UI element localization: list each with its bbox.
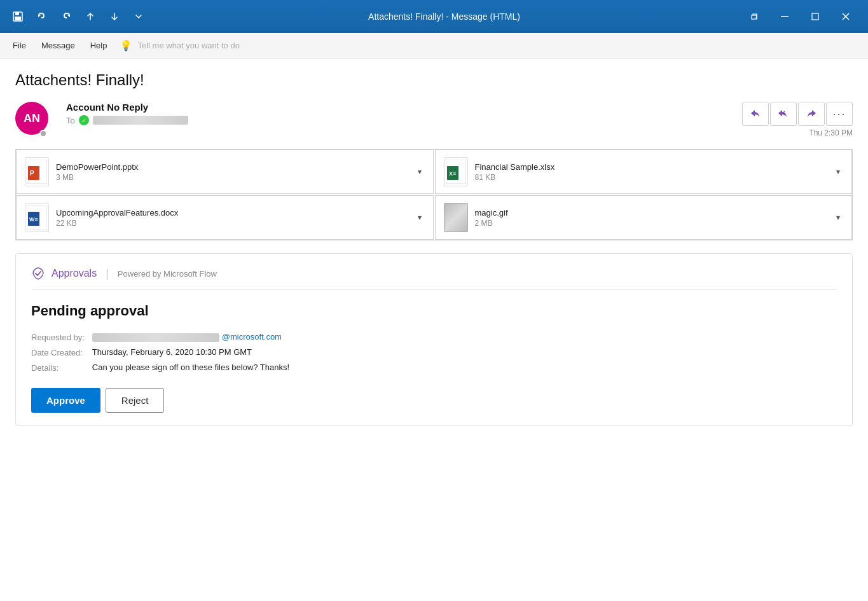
xlsx-filename: Financial Sample.xlsx bbox=[475, 162, 827, 172]
dropdown-icon[interactable] bbox=[128, 6, 149, 27]
pptx-file-icon: P bbox=[24, 156, 50, 187]
attachment-gif[interactable]: magic.gif 2 MB ▾ bbox=[435, 195, 853, 240]
gif-file-icon bbox=[443, 202, 469, 233]
undo-icon[interactable] bbox=[32, 6, 52, 27]
pptx-filesize: 3 MB bbox=[56, 173, 408, 182]
move-down-icon[interactable] bbox=[104, 6, 125, 27]
svg-text:P: P bbox=[30, 170, 34, 177]
docx-dropdown-icon[interactable]: ▾ bbox=[414, 211, 425, 225]
svg-rect-1 bbox=[15, 12, 19, 15]
email-timestamp: Thu 2:30 PM bbox=[809, 128, 853, 137]
svg-rect-2 bbox=[15, 17, 21, 20]
search-placeholder[interactable]: Tell me what you want to do bbox=[137, 41, 239, 50]
approval-action-buttons: Approve Reject bbox=[31, 388, 837, 413]
approvals-separator: | bbox=[106, 267, 109, 280]
xlsx-dropdown-icon[interactable]: ▾ bbox=[832, 165, 844, 179]
attachment-xlsx[interactable]: X≡ Financial Sample.xlsx 81 KB ▾ bbox=[435, 149, 853, 194]
email-body-card: Approvals | Powered by Microsoft Flow Pe… bbox=[15, 253, 853, 426]
sender-name: Account No Reply bbox=[66, 102, 742, 113]
approvals-title: Approvals bbox=[52, 268, 97, 279]
reject-button[interactable]: Reject bbox=[106, 388, 165, 413]
recipient-email-blurred bbox=[93, 116, 188, 125]
xlsx-filesize: 81 KB bbox=[475, 173, 827, 182]
approve-button[interactable]: Approve bbox=[31, 388, 100, 413]
requested-by-value: @microsoft.com bbox=[92, 332, 837, 342]
requester-email-blurred bbox=[92, 333, 219, 342]
forward-button[interactable] bbox=[798, 102, 825, 126]
approvals-icon bbox=[31, 266, 45, 280]
pending-approval-title: Pending approval bbox=[31, 303, 837, 319]
details-label: Details: bbox=[31, 363, 85, 373]
minimize-button[interactable] bbox=[770, 6, 799, 27]
maximize-button[interactable] bbox=[801, 6, 830, 27]
docx-filename: UpcomingApprovalFeatures.docx bbox=[56, 208, 408, 218]
title-bar: Attachents! Finally! - Message (HTML) bbox=[0, 0, 868, 33]
window-title: Attachents! Finally! - Message (HTML) bbox=[149, 11, 740, 22]
svg-text:W≡: W≡ bbox=[29, 216, 38, 223]
pptx-dropdown-icon[interactable]: ▾ bbox=[414, 165, 425, 179]
email-subject: Attachents! Finally! bbox=[15, 71, 853, 89]
attachment-pptx[interactable]: P DemoPowerPoint.pptx 3 MB ▾ bbox=[16, 149, 434, 194]
gif-dropdown-icon[interactable]: ▾ bbox=[832, 211, 844, 225]
date-created-label: Date Created: bbox=[31, 347, 85, 357]
search-bar: 💡 Tell me what you want to do bbox=[120, 39, 239, 52]
more-actions-button[interactable]: ··· bbox=[826, 102, 853, 126]
toolbar-controls bbox=[8, 6, 149, 27]
menu-bar: File Message Help 💡 Tell me what you wan… bbox=[0, 33, 868, 59]
lightbulb-icon: 💡 bbox=[120, 39, 132, 52]
svg-rect-5 bbox=[812, 13, 818, 20]
restore-window-button[interactable] bbox=[740, 6, 769, 27]
date-created-value: Thursday, February 6, 2020 10:30 PM GMT bbox=[92, 347, 837, 357]
attachments-grid: P DemoPowerPoint.pptx 3 MB ▾ X≡ bbox=[15, 149, 853, 240]
xlsx-file-icon: X≡ bbox=[443, 156, 469, 187]
presence-indicator bbox=[39, 130, 47, 137]
sender-info: Account No Reply To ✓ bbox=[66, 102, 742, 125]
ms-domain-link[interactable]: @microsoft.com bbox=[222, 332, 282, 342]
window-controls bbox=[740, 6, 860, 27]
svg-rect-3 bbox=[752, 15, 757, 19]
email-content: Attachents! Finally! AN Account No Reply… bbox=[0, 59, 868, 601]
gif-filename: magic.gif bbox=[475, 208, 827, 218]
recipient-row: To ✓ bbox=[66, 115, 742, 125]
email-header: AN Account No Reply To ✓ bbox=[15, 102, 853, 137]
reply-button[interactable] bbox=[742, 102, 769, 126]
requested-by-label: Requested by: bbox=[31, 332, 85, 342]
gif-filesize: 2 MB bbox=[475, 219, 827, 228]
reply-all-button[interactable] bbox=[770, 102, 797, 126]
xlsx-details: Financial Sample.xlsx 81 KB bbox=[475, 162, 827, 182]
save-icon[interactable] bbox=[8, 6, 28, 27]
email-action-buttons: ··· bbox=[742, 102, 853, 126]
svg-text:X≡: X≡ bbox=[449, 170, 456, 177]
powered-by-text: Powered by Microsoft Flow bbox=[118, 269, 217, 279]
to-label: To bbox=[66, 116, 75, 125]
approval-info-grid: Requested by: @microsoft.com Date Create… bbox=[31, 332, 837, 373]
menu-file[interactable]: File bbox=[5, 37, 34, 54]
menu-message[interactable]: Message bbox=[34, 37, 83, 54]
docx-filesize: 22 KB bbox=[56, 219, 408, 228]
docx-file-icon: W≡ bbox=[24, 202, 50, 233]
approvals-header: Approvals | Powered by Microsoft Flow bbox=[31, 266, 837, 290]
menu-help[interactable]: Help bbox=[83, 37, 115, 54]
details-value: Can you please sign off on these files b… bbox=[92, 363, 837, 373]
attachment-docx[interactable]: W≡ UpcomingApprovalFeatures.docx 22 KB ▾ bbox=[16, 195, 434, 240]
redo-icon[interactable] bbox=[56, 6, 76, 27]
docx-details: UpcomingApprovalFeatures.docx 22 KB bbox=[56, 208, 408, 228]
close-button[interactable] bbox=[831, 6, 860, 27]
move-up-icon[interactable] bbox=[80, 6, 100, 27]
pptx-filename: DemoPowerPoint.pptx bbox=[56, 162, 408, 172]
pptx-details: DemoPowerPoint.pptx 3 MB bbox=[56, 162, 408, 182]
email-header-right: ··· Thu 2:30 PM bbox=[742, 102, 853, 137]
verified-icon: ✓ bbox=[79, 115, 89, 125]
gif-details: magic.gif 2 MB bbox=[475, 208, 827, 228]
